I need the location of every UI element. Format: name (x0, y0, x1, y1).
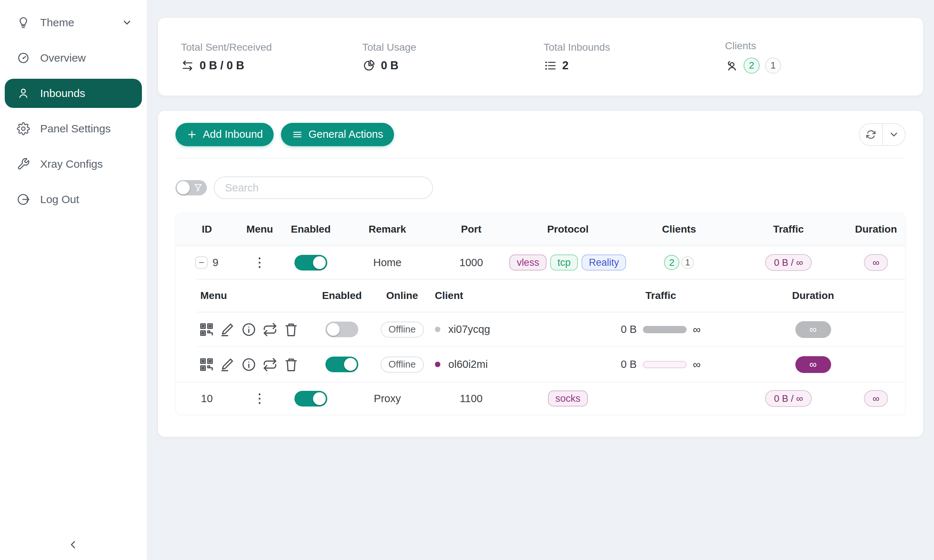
logout-icon (17, 193, 30, 206)
chevron-left-icon (67, 538, 79, 551)
col-header-remark: Remark (340, 223, 435, 235)
inbound-id: 10 (176, 393, 238, 405)
stats-card: Total Sent/Received 0 B / 0 B Total Usag… (158, 18, 923, 95)
traffic-cap: ∞ (693, 323, 701, 336)
lightbulb-icon (17, 16, 30, 29)
sidebar-list: Theme Overview Inbounds (0, 0, 146, 214)
search-row (176, 177, 906, 199)
sidebar-item-label: Overview (40, 52, 133, 64)
stat-label: Total Sent/Received (181, 42, 362, 53)
sidebar-item-panel-settings[interactable]: Panel Settings (5, 114, 142, 143)
sidebar-item-overview[interactable]: Overview (5, 43, 142, 72)
protocol-tag: tcp (550, 254, 578, 271)
inbound-enabled-toggle[interactable] (294, 255, 327, 271)
client-duration-pill: ∞ (795, 356, 831, 373)
refresh-button-group (859, 123, 906, 146)
expand-options-button[interactable] (882, 124, 905, 145)
general-actions-label: General Actions (308, 128, 383, 140)
sidebar-item-theme[interactable]: Theme (5, 8, 142, 37)
clients-online-badge: 2 (744, 58, 760, 74)
clients-total-badge: 1 (681, 256, 694, 269)
traffic-used: 0 B (621, 323, 637, 335)
client-status-dot (435, 327, 440, 332)
table-header-row: ID Menu Enabled Remark Port Protocol Cli… (176, 213, 905, 246)
traffic-progress-bar (643, 361, 687, 368)
client-row: Offline xi07ycqg 0 B ∞ ∞ (197, 312, 905, 347)
client-duration-pill: ∞ (795, 321, 831, 338)
online-status-pill: Offline (381, 322, 424, 338)
col-header-traffic: Traffic (730, 223, 847, 235)
stat-label: Clients (725, 40, 906, 52)
stat-value-text: 0 B (381, 59, 398, 72)
reset-traffic-icon[interactable] (262, 357, 277, 372)
edit-icon[interactable] (220, 322, 235, 337)
edit-icon[interactable] (220, 357, 235, 372)
protocol-tag: socks (548, 391, 588, 406)
qr-code-icon[interactable] (199, 357, 214, 372)
duration-pill: ∞ (864, 254, 888, 271)
sidebar-item-label: Xray Configs (40, 158, 133, 170)
table-row-home: − 9 Home 1000 vless tcp Reality 2 (176, 246, 905, 279)
online-status-pill: Offline (381, 357, 424, 372)
subcol-header-menu: Menu (197, 290, 310, 302)
client-row: Offline ol60i2mi 0 B ∞ ∞ (197, 347, 905, 382)
inbounds-table: ID Menu Enabled Remark Port Protocol Cli… (176, 213, 906, 415)
protocol-tag: Reality (581, 254, 626, 271)
client-enabled-toggle[interactable] (325, 357, 358, 372)
info-icon[interactable] (241, 322, 256, 337)
subcol-header-enabled: Enabled (310, 290, 374, 302)
plus-icon (186, 129, 197, 140)
info-icon[interactable] (241, 357, 256, 372)
pie-chart-icon (362, 59, 375, 72)
hamburger-icon (292, 129, 303, 140)
add-inbound-button[interactable]: Add Inbound (176, 123, 274, 146)
traffic-used: 0 B (621, 358, 637, 371)
sidebar-item-logout[interactable]: Log Out (5, 185, 142, 214)
client-name: ol60i2mi (449, 358, 488, 371)
traffic-progress-bar (643, 326, 687, 333)
collapse-row-button[interactable]: − (195, 256, 208, 269)
sidebar-item-inbounds[interactable]: Inbounds (5, 79, 142, 108)
toggle-knob (177, 181, 190, 194)
client-name: xi07ycqg (449, 323, 490, 335)
people-icon (725, 59, 738, 72)
sidebar-item-xray-configs[interactable]: Xray Configs (5, 149, 142, 178)
traffic-pill: 0 B / ∞ (765, 390, 811, 407)
subcol-header-client: Client (430, 290, 572, 302)
stat-total-inbounds: Total Inbounds 2 (544, 42, 725, 72)
filter-toggle[interactable] (176, 180, 207, 195)
inbounds-toolbar: Add Inbound General Actions (176, 111, 906, 158)
wrench-icon (17, 157, 30, 171)
inbound-enabled-toggle[interactable] (294, 391, 327, 406)
reset-traffic-icon[interactable] (262, 322, 277, 337)
sidebar-item-label: Panel Settings (40, 123, 133, 135)
general-actions-button[interactable]: General Actions (281, 123, 394, 146)
refresh-button[interactable] (860, 124, 882, 145)
col-header-duration: Duration (847, 223, 905, 235)
sidebar-item-label: Theme (40, 16, 122, 29)
chevron-down-icon (122, 17, 133, 28)
funnel-icon (193, 183, 203, 192)
inbound-remark: Proxy (340, 393, 435, 405)
sidebar-item-label: Log Out (40, 193, 133, 206)
traffic-cap: ∞ (693, 358, 701, 371)
protocol-tag: vless (509, 254, 547, 271)
delete-icon[interactable] (284, 357, 299, 372)
add-inbound-label: Add Inbound (203, 128, 263, 140)
col-header-menu: Menu (238, 223, 282, 235)
sidebar-collapse-button[interactable] (63, 534, 83, 555)
gauge-icon (17, 51, 30, 65)
client-enabled-toggle[interactable] (325, 322, 358, 337)
stat-label: Total Inbounds (544, 42, 725, 53)
main-content: Total Sent/Received 0 B / 0 B Total Usag… (146, 0, 934, 560)
list-icon (544, 59, 557, 72)
search-input[interactable] (214, 177, 433, 199)
person-icon (17, 87, 30, 100)
qr-code-icon[interactable] (199, 322, 214, 337)
subtable-header-row: Menu Enabled Online Client Traffic Durat… (197, 280, 905, 312)
row-menu-kebab[interactable] (256, 391, 264, 407)
chevron-down-icon (888, 129, 899, 140)
delete-icon[interactable] (284, 322, 299, 337)
row-menu-kebab[interactable] (256, 254, 264, 271)
col-header-protocol: Protocol (508, 223, 628, 235)
